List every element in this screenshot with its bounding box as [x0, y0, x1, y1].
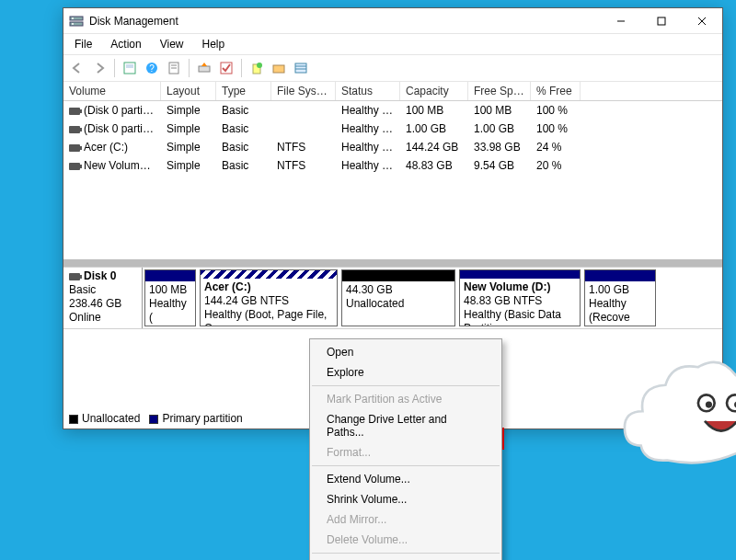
- eject-button[interactable]: [194, 58, 214, 78]
- partition-text: New Volume (D:)48.83 GB NTFSHealthy (Bas…: [460, 279, 580, 326]
- partition[interactable]: 44.30 GBUnallocated: [341, 269, 455, 326]
- col-volume[interactable]: Volume: [63, 82, 161, 100]
- menu-help[interactable]: Help: [195, 36, 233, 52]
- svg-rect-19: [273, 65, 284, 73]
- menubar: File Action View Help: [63, 34, 722, 54]
- col-status[interactable]: Status: [336, 82, 400, 100]
- minimize-button[interactable]: [601, 8, 641, 34]
- svg-rect-20: [295, 63, 306, 73]
- volume-list[interactable]: (Disk 0 partition 1)SimpleBasicHealthy (…: [63, 101, 722, 259]
- partition-bar: [201, 270, 337, 279]
- menu-item-change-drive-letter-and-paths[interactable]: Change Drive Letter and Paths...: [310, 409, 501, 442]
- partition-text: 1.00 GBHealthy (Recove: [585, 281, 655, 326]
- col-percent[interactable]: % Free: [531, 82, 581, 100]
- col-layout[interactable]: Layout: [161, 82, 216, 100]
- menu-item-open[interactable]: Open: [310, 342, 501, 362]
- partition[interactable]: Acer (C:)144.24 GB NTFSHealthy (Boot, Pa…: [200, 269, 338, 326]
- svg-point-2: [72, 17, 74, 19]
- disk-icon: [69, 273, 80, 280]
- disk-state: Online: [69, 311, 101, 324]
- menu-separator: [312, 465, 500, 466]
- partition[interactable]: 100 MBHealthy (: [144, 269, 196, 326]
- partition-text: 100 MBHealthy (: [145, 281, 195, 326]
- properties-button[interactable]: [164, 58, 184, 78]
- disk-type: Basic: [69, 283, 96, 296]
- disk-name: Disk 0: [84, 269, 116, 282]
- svg-point-3: [72, 23, 74, 25]
- toolbar: ?: [63, 54, 722, 82]
- partition-bar: [145, 270, 195, 281]
- partition[interactable]: 1.00 GBHealthy (Recove: [584, 269, 656, 326]
- legend-primary-swatch: [149, 415, 158, 424]
- svg-point-18: [257, 63, 262, 68]
- volume-row[interactable]: New Volume (D:)SimpleBasicNTFSHealthy (B…: [63, 156, 722, 175]
- volume-row[interactable]: Acer (C:)SimpleBasicNTFSHealthy (B...144…: [63, 138, 722, 156]
- partition-text: Acer (C:)144.24 GB NTFSHealthy (Boot, Pa…: [201, 279, 337, 326]
- context-menu[interactable]: OpenExploreMark Partition as ActiveChang…: [309, 338, 502, 560]
- open-button[interactable]: [269, 58, 289, 78]
- back-button[interactable]: [67, 58, 87, 78]
- partition-text: 44.30 GBUnallocated: [342, 281, 454, 313]
- new-button[interactable]: [247, 58, 267, 78]
- menu-separator: [312, 553, 500, 554]
- menu-separator: [312, 385, 500, 386]
- list-button[interactable]: [291, 58, 311, 78]
- maximize-button[interactable]: [641, 8, 682, 34]
- menu-item-properties[interactable]: Properties: [310, 556, 501, 560]
- partition-row: 100 MBHealthy (Acer (C:)144.24 GB NTFSHe…: [143, 268, 722, 328]
- menu-item-explore[interactable]: Explore: [310, 362, 501, 383]
- disk-icon: [69, 144, 80, 152]
- forward-button[interactable]: [89, 58, 109, 78]
- disk-icon: [69, 163, 80, 170]
- app-icon: [69, 14, 84, 29]
- menu-item-extend-volume[interactable]: Extend Volume...: [310, 469, 501, 489]
- partition-bar: [585, 270, 655, 281]
- volume-row[interactable]: (Disk 0 partition 1)SimpleBasicHealthy (…: [63, 101, 722, 120]
- partition-bar: [342, 270, 454, 281]
- window-title: Disk Management: [89, 15, 601, 28]
- partition[interactable]: New Volume (D:)48.83 GB NTFSHealthy (Bas…: [459, 269, 581, 326]
- menu-action[interactable]: Action: [103, 36, 148, 52]
- menu-item-delete-volume: Delete Volume...: [310, 530, 501, 550]
- svg-rect-15: [199, 66, 210, 72]
- svg-rect-9: [126, 64, 133, 68]
- disk-map: Disk 0 Basic 238.46 GB Online 100 MBHeal…: [63, 267, 722, 329]
- svg-point-25: [727, 394, 736, 411]
- menu-item-add-mirror: Add Mirror...: [310, 509, 501, 530]
- legend-unallocated-swatch: [69, 415, 78, 424]
- menu-item-shrink-volume[interactable]: Shrink Volume...: [310, 489, 501, 509]
- col-free[interactable]: Free Spa...: [468, 82, 531, 100]
- legend-unallocated-label: Unallocated: [82, 412, 140, 425]
- help-button[interactable]: ?: [142, 58, 162, 78]
- menu-file[interactable]: File: [67, 36, 99, 52]
- check-button[interactable]: [216, 58, 236, 78]
- disk-size: 238.46 GB: [69, 297, 121, 310]
- svg-text:?: ?: [149, 63, 155, 74]
- disk-info[interactable]: Disk 0 Basic 238.46 GB Online: [63, 268, 143, 328]
- disk-icon: [69, 126, 80, 133]
- titlebar: Disk Management: [63, 8, 722, 34]
- disk-icon: [69, 108, 80, 115]
- partition-bar: [460, 270, 580, 279]
- menu-item-format: Format...: [310, 442, 501, 463]
- col-capacity[interactable]: Capacity: [400, 82, 468, 100]
- volume-row[interactable]: (Disk 0 partition 5)SimpleBasicHealthy (…: [63, 120, 722, 138]
- menu-view[interactable]: View: [153, 36, 191, 52]
- close-button[interactable]: [682, 8, 722, 34]
- svg-rect-5: [658, 17, 665, 25]
- legend-primary-label: Primary partition: [162, 412, 242, 425]
- col-filesystem[interactable]: File System: [271, 82, 336, 100]
- menu-item-mark-partition-as-active: Mark Partition as Active: [310, 389, 501, 409]
- refresh-button[interactable]: [120, 58, 140, 78]
- volume-list-header: Volume Layout Type File System Status Ca…: [63, 82, 722, 101]
- col-type[interactable]: Type: [216, 82, 271, 100]
